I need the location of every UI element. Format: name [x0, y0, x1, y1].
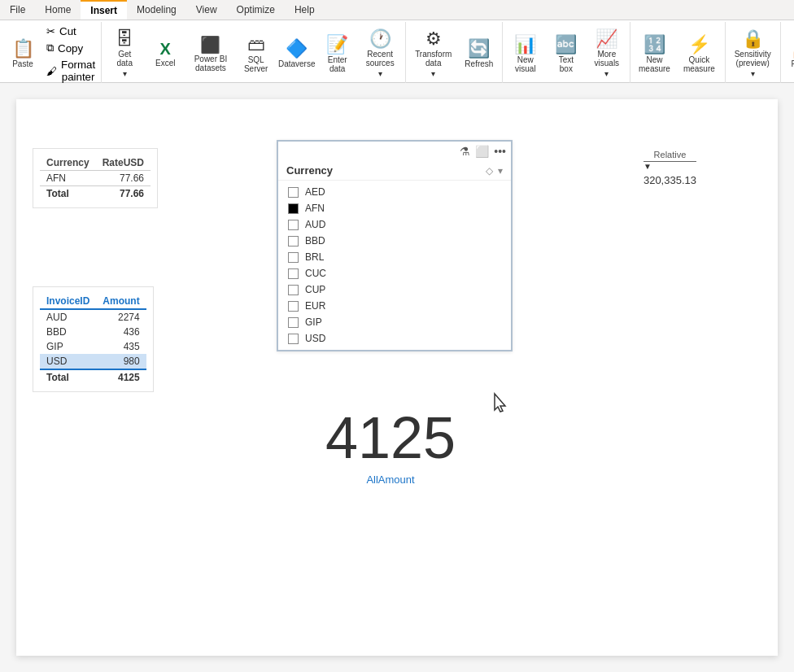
more-visuals-button[interactable]: 📈 More visuals ▾	[587, 27, 626, 81]
invoice-amount-cell: 436	[96, 325, 146, 339]
currency-total-label: Total	[40, 186, 96, 202]
sensitivity-button[interactable]: 🔒 Sensitivity (preview) ▾	[729, 27, 777, 81]
new-visual-button[interactable]: 📊 New visual	[506, 30, 545, 79]
copy-icon: ⧉	[46, 41, 54, 55]
currency-col-header: Currency	[40, 155, 96, 171]
currency-row: AFN 77.66	[40, 171, 151, 186]
slicer-item[interactable]: AED	[285, 184, 504, 200]
invoice-amount-cell: 2274	[96, 309, 146, 325]
slicer-item-label: BBD	[305, 235, 325, 247]
refresh-button[interactable]: 🔄 Refresh	[460, 30, 499, 79]
tab-view[interactable]: View	[186, 0, 227, 20]
invoice-row: USD980	[40, 354, 146, 369]
get-data-icon: 🗄	[116, 30, 133, 48]
currency-rate-visual[interactable]: Currency RateUSD AFN 77.66 Total 77.66	[33, 148, 158, 208]
sql-icon: 🗃	[247, 36, 265, 54]
tab-home[interactable]: Home	[35, 0, 81, 20]
slicer-checkbox	[288, 285, 299, 295]
slicer-item[interactable]: AFN	[285, 200, 504, 216]
tab-help[interactable]: Help	[285, 0, 325, 20]
invoice-row: BBD436	[40, 325, 146, 339]
slicer-checkbox	[288, 187, 299, 198]
cut-icon: ✂	[46, 25, 55, 37]
slicer-item-label: BRL	[305, 251, 324, 263]
slicer-expand-icon[interactable]: ⬜	[475, 145, 489, 158]
currency-rate-table: Currency RateUSD AFN 77.66 Total 77.66	[40, 155, 151, 201]
canvas-page[interactable]: Currency RateUSD AFN 77.66 Total 77.66	[16, 99, 778, 656]
slicer-checkbox	[288, 268, 299, 279]
get-data-button[interactable]: 🗄 Get data ▾	[105, 27, 144, 81]
text-box-icon: 🔤	[555, 36, 577, 54]
recent-sources-icon: 🕐	[369, 30, 391, 48]
dataverse-button[interactable]: 🔷 Dataverse	[277, 30, 316, 79]
paste-icon: 📋	[12, 40, 34, 58]
currency-total-value: 77.66	[96, 186, 151, 202]
invoice-table: InvoiceID Amount AUD2274BBD436GIP435USD9…	[40, 294, 146, 385]
slicer-item[interactable]: BBD	[285, 233, 504, 249]
tab-insert[interactable]: Insert	[81, 0, 127, 20]
power-bi-button[interactable]: ⬛ Power BI datasets	[186, 30, 234, 79]
format-painter-icon: 🖌	[46, 65, 57, 77]
slicer-item[interactable]: CUP	[285, 281, 504, 298]
enter-data-button[interactable]: 📝 Enter data	[318, 30, 357, 79]
slicer-chevron-icon[interactable]: ▾	[498, 165, 503, 177]
enter-data-icon: 📝	[326, 36, 348, 54]
slicer-checkbox	[288, 317, 299, 328]
invoice-total-value: 4125	[96, 369, 146, 385]
slicer-item-label: CUC	[305, 268, 326, 279]
slicer-item-label: AUD	[305, 219, 325, 230]
slicer-item[interactable]: BRL	[285, 249, 504, 265]
slicer-item[interactable]: AUD	[285, 216, 504, 233]
slicer-item[interactable]: EUR	[285, 298, 504, 314]
amount-header: Amount	[96, 294, 146, 309]
cut-button[interactable]: ✂ Cut	[44, 24, 98, 39]
excel-button[interactable]: X Excel	[146, 30, 185, 79]
slicer-visual[interactable]: ⚗ ⬜ ••• Currency ◇ ▾ AEDAFNAUDBBDBRLCUCC…	[277, 140, 513, 351]
kpi-card[interactable]: Relative ▼ 320,335.13	[627, 140, 713, 196]
sql-button[interactable]: 🗃 SQL Server	[237, 30, 276, 79]
tab-file[interactable]: File	[0, 0, 35, 20]
new-measure-button[interactable]: 🔢 New measure	[634, 30, 675, 79]
publish-button[interactable]: 📤 Publi...	[784, 30, 794, 79]
ribbon: File Home Insert Modeling View Optimize …	[0, 0, 794, 83]
invoice-visual[interactable]: InvoiceID Amount AUD2274BBD436GIP435USD9…	[33, 286, 154, 392]
rate-col-header: RateUSD	[96, 155, 151, 171]
new-visual-icon: 📊	[514, 36, 536, 54]
invoice-row: GIP435	[40, 339, 146, 354]
refresh-icon: 🔄	[468, 40, 490, 58]
text-box-button[interactable]: 🔤 Text box	[547, 30, 586, 79]
slicer-item[interactable]: CUC	[285, 265, 504, 281]
format-painter-button[interactable]: 🖌 Format painter	[44, 57, 98, 85]
slicer-checkbox	[288, 236, 299, 247]
tab-modeling[interactable]: Modeling	[127, 0, 186, 20]
slicer-filter-icon[interactable]: ⚗	[460, 145, 470, 158]
power-bi-icon: ⬛	[200, 37, 220, 53]
slicer-checkbox	[288, 301, 299, 312]
invoice-id-cell: USD	[40, 354, 96, 369]
slicer-title-row: Currency ◇ ▾	[278, 161, 511, 181]
tab-optimize[interactable]: Optimize	[227, 0, 285, 20]
kpi-arrow-icon: ▼	[643, 162, 652, 171]
slicer-more-icon[interactable]: •••	[494, 145, 506, 158]
invoice-id-cell: BBD	[40, 325, 96, 339]
more-visuals-icon: 📈	[596, 30, 617, 48]
paste-button[interactable]: 📋 Paste	[3, 30, 42, 79]
slicer-erase-icon[interactable]: ◇	[486, 165, 493, 177]
transform-button[interactable]: ⚙ Transform data ▾	[409, 27, 458, 81]
slicer-item-label: AED	[305, 186, 325, 198]
slicer-title: Currency	[286, 164, 333, 177]
copy-button[interactable]: ⧉ Copy	[44, 40, 98, 56]
invoice-amount-cell: 435	[96, 339, 146, 354]
invoice-row: AUD2274	[40, 309, 146, 325]
slicer-item[interactable]: GIP	[285, 314, 504, 330]
big-number-card[interactable]: 4125 AllAmount	[268, 392, 513, 502]
slicer-checkbox	[288, 252, 299, 263]
slicer-item[interactable]: USD	[285, 330, 504, 347]
quick-measure-button[interactable]: ⚡ Quick measure	[677, 30, 722, 79]
slicer-item-label: CUP	[305, 284, 325, 295]
kpi-label: Relative	[643, 150, 696, 162]
slicer-header-bar: ⚗ ⬜ •••	[278, 142, 511, 161]
recent-sources-button[interactable]: 🕐 Recent sources ▾	[359, 27, 402, 81]
main-area: Currency RateUSD AFN 77.66 Total 77.66	[0, 83, 794, 672]
invoice-amount-cell: 980	[96, 354, 146, 369]
